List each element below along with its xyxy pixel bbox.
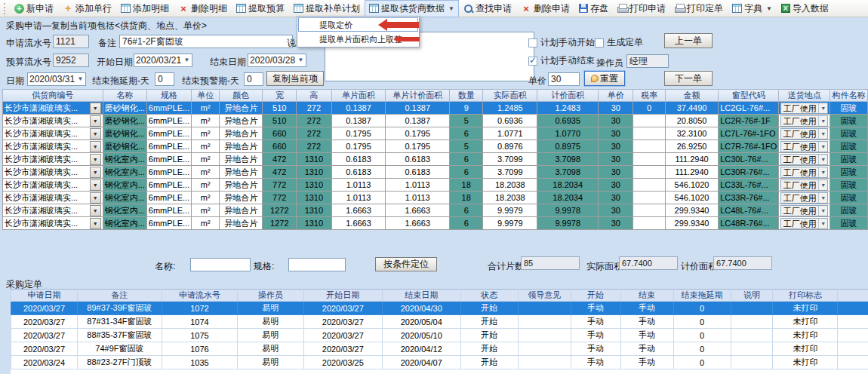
cell[interactable]: m² (192, 140, 220, 153)
chevron-down-icon[interactable]: ▼ (818, 167, 827, 177)
table-row[interactable]: 长沙市潇湘玻璃实...▼钢化室内...6mmPLE...m²异地合片772131… (3, 192, 868, 204)
supplier-combo[interactable]: 长沙市潇湘玻璃实...▼ (5, 128, 101, 139)
cell[interactable]: 272 (297, 115, 332, 127)
cell[interactable]: 1.2483 (537, 102, 599, 115)
cell[interactable]: LC48R-76#... (719, 217, 779, 230)
cell[interactable]: 0.6935 (537, 115, 599, 127)
checkbox-icon[interactable] (528, 38, 537, 48)
cell[interactable]: 0.8975 (537, 140, 599, 153)
cell[interactable]: 1035 (162, 356, 237, 369)
cell[interactable]: 固玻 (830, 204, 868, 217)
cell[interactable]: 磨砂钢化... (103, 115, 146, 127)
cell[interactable]: 手动 (620, 329, 673, 342)
cell[interactable]: 工厂使用▼ (779, 140, 830, 153)
cell[interactable] (633, 166, 665, 179)
order-row[interactable]: 2020/03/2787#31-34F窗固玻1074易明2020/03/2720… (11, 315, 868, 329)
toolbar-button[interactable]: 添加明细 (116, 0, 174, 17)
toolbar-button[interactable]: +新申请 (10, 0, 58, 17)
cell[interactable]: 546.1020 (665, 179, 718, 192)
gen-order-checkbox[interactable]: 生成定单 (595, 36, 643, 49)
cell[interactable]: 2020/03/25 (303, 356, 382, 369)
cell[interactable]: 2020/04/07 (382, 356, 460, 369)
cell[interactable]: 2020/03/27 (11, 302, 78, 315)
cell[interactable]: 30 (599, 127, 633, 140)
next-order-button[interactable]: 下一单 (664, 71, 713, 86)
supplier-combo[interactable]: 长沙市潇湘玻璃实...▼ (5, 167, 101, 178)
chevron-down-icon[interactable]: ▼ (90, 103, 101, 114)
cell[interactable]: 660 (263, 140, 297, 153)
table-row[interactable]: 长沙市潇湘玻璃实...▼磨砂钢化...6mmPLE...m²异地合片660272… (3, 140, 868, 153)
cell[interactable]: 手动 (620, 315, 673, 329)
cell[interactable]: 异地合片 (220, 192, 263, 204)
checkbox-icon[interactable] (595, 38, 604, 48)
toolbar-button[interactable]: 存盘 (574, 0, 613, 17)
cell[interactable]: 6mmPLE... (146, 140, 191, 153)
cell[interactable] (518, 302, 571, 315)
cell[interactable]: 1272 (263, 204, 297, 217)
cell[interactable] (633, 140, 665, 153)
cell[interactable]: 6mmPLE... (146, 153, 191, 166)
cell[interactable]: 1310 (297, 153, 332, 166)
cell[interactable]: 手动 (571, 342, 620, 356)
cell[interactable]: 钢化室内... (103, 217, 146, 230)
supplier-combo[interactable]: 长沙市潇湘玻璃实...▼ (5, 154, 101, 165)
cell[interactable]: 2020/05/10 (382, 329, 460, 342)
cell[interactable]: 长沙市潇湘玻璃实...▼ (3, 127, 103, 140)
supplier-combo[interactable]: 长沙市潇湘玻璃实...▼ (5, 115, 101, 127)
cell[interactable]: 272 (297, 140, 332, 153)
cell[interactable]: 未打印 (773, 315, 838, 329)
cell[interactable]: 6mmPLE... (146, 127, 191, 140)
chevron-down-icon[interactable]: ▼ (90, 141, 101, 152)
toolbar-button[interactable]: 提取补单计划 (289, 0, 365, 17)
cell[interactable] (731, 356, 773, 369)
cell[interactable]: 0 (673, 329, 731, 342)
cell[interactable]: 299.9340 (665, 204, 718, 217)
cell[interactable]: 0.1795 (386, 127, 450, 140)
cell[interactable]: 472 (263, 153, 297, 166)
cell[interactable]: 546.1020 (665, 192, 718, 204)
cell[interactable]: 易明 (237, 302, 303, 315)
cell[interactable]: LC7L-76#-1FO (719, 127, 779, 140)
chevron-down-icon[interactable]: ▼ (818, 103, 827, 113)
cell[interactable]: 74#9F窗固玻 (77, 342, 162, 356)
checkbox-checked-icon[interactable] (528, 57, 537, 66)
cell[interactable]: 32.3100 (665, 127, 718, 140)
cell[interactable]: 6 (450, 204, 483, 217)
cell[interactable] (633, 153, 665, 166)
cell[interactable]: 87#31-34F窗固玻 (77, 315, 162, 329)
cell[interactable]: 长沙市潇湘玻璃实...▼ (3, 115, 103, 127)
cell[interactable]: 0 (673, 342, 731, 356)
toolbar-button[interactable]: ×删除申请 (516, 0, 574, 17)
toolbar-button[interactable]: 提取供货商数据▼ (365, 0, 459, 17)
cell[interactable]: 1.6663 (386, 217, 450, 230)
delivery-combo[interactable]: 工厂使用▼ (780, 103, 828, 114)
cell[interactable]: 手动 (620, 342, 673, 356)
cell[interactable]: 6 (450, 217, 483, 230)
cell[interactable]: 1076 (162, 342, 237, 356)
cell[interactable]: 660 (263, 127, 297, 140)
cell[interactable]: 30 (599, 115, 633, 127)
cell[interactable]: 手动 (571, 329, 620, 342)
cell[interactable]: LC33R-76#... (719, 192, 779, 204)
cell[interactable]: 2020/03/27 (303, 302, 382, 315)
cell[interactable]: m² (192, 179, 220, 192)
chevron-down-icon[interactable]: ▼ (90, 218, 101, 229)
cell[interactable]: 易明 (237, 342, 303, 356)
filter-name-input[interactable] (190, 258, 251, 271)
chevron-down-icon[interactable]: ▼ (182, 54, 192, 66)
cell[interactable]: 18 (450, 192, 483, 204)
cell[interactable]: 30 (599, 217, 633, 230)
cell[interactable]: 开始 (460, 342, 518, 356)
cell[interactable]: 手动 (571, 356, 620, 369)
cell[interactable]: 0 (673, 315, 731, 329)
cell[interactable]: 30 (599, 179, 633, 192)
cell[interactable]: 510 (263, 102, 297, 115)
delivery-combo[interactable]: 工厂使用▼ (780, 179, 828, 191)
toolbar-button[interactable]: X导入数据 (777, 0, 833, 17)
cell[interactable]: 固玻 (830, 140, 868, 153)
cell[interactable]: 开始 (460, 302, 518, 315)
toolbar-button[interactable]: 打印申请 (613, 0, 670, 17)
prev-order-button[interactable]: 上一单 (664, 33, 713, 48)
cell[interactable] (633, 192, 665, 204)
cell[interactable]: 89#37-39F窗固玻 (77, 302, 162, 315)
